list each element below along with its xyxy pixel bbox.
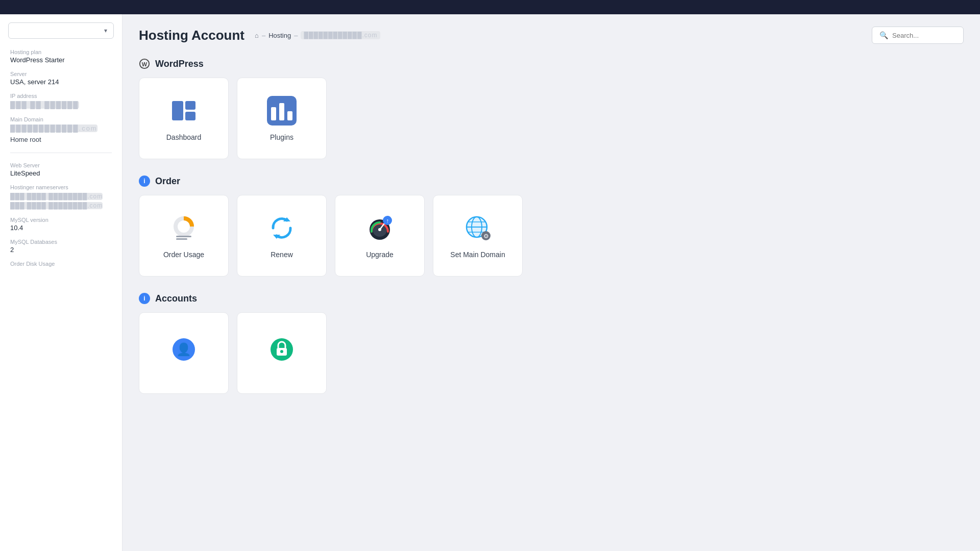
plugins-card-label: Plugins — [270, 133, 293, 141]
svg-rect-8 — [287, 111, 292, 120]
svg-rect-7 — [279, 103, 284, 120]
upgrade-icon: ↑ — [364, 213, 395, 243]
mysql-db-label: MySQL Databases — [10, 239, 112, 245]
order-usage-icon — [168, 213, 199, 243]
svg-text:W: W — [142, 61, 148, 67]
order-usage-card-label: Order Usage — [163, 251, 204, 259]
order-section: i Order Or — [139, 176, 964, 277]
svg-rect-12 — [176, 238, 187, 240]
nameservers-label: Hostinger nameservers — [10, 184, 112, 190]
server-value: USA, server 214 — [10, 78, 112, 86]
main-domain-value: ████████████.com — [10, 124, 97, 132]
set-main-domain-icon: ⚙ — [462, 213, 493, 243]
ip-address-label: IP address — [10, 93, 112, 99]
wordpress-section-title: WordPress — [155, 59, 204, 69]
set-main-domain-card-label: Set Main Domain — [450, 251, 505, 259]
mysql-db-value: 2 — [10, 246, 112, 254]
wordpress-cards-grid: Dashboard Plugins — [139, 78, 964, 159]
svg-text:👤: 👤 — [176, 342, 191, 357]
sidebar-info-section: Hosting plan WordPress Starter Server US… — [0, 49, 122, 143]
home-root-value[interactable]: Home root — [10, 136, 112, 143]
web-server-label: Web Server — [10, 162, 112, 168]
upgrade-card-label: Upgrade — [366, 251, 394, 259]
svg-text:↑: ↑ — [386, 217, 389, 224]
svg-text:⚙: ⚙ — [483, 233, 489, 240]
breadcrumb-home-icon[interactable]: ⌂ — [255, 32, 259, 39]
accounts-cards-grid: 👤 — [139, 312, 964, 394]
breadcrumb: ⌂ – Hosting – ████████████.com — [255, 31, 380, 39]
main-content: Hosting Account ⌂ – Hosting – ██████████… — [122, 14, 980, 551]
chevron-down-icon: ▾ — [104, 27, 107, 34]
order-section-title: Order — [155, 176, 180, 187]
accounts-section-title: Accounts — [155, 293, 197, 304]
accounts-section-header: i Accounts — [139, 293, 964, 304]
main-domain-label: Main Domain — [10, 116, 112, 122]
nameserver-1: ███ ████ ████████.com — [10, 193, 103, 200]
accounts-info-icon: i — [139, 293, 150, 304]
plugins-icon — [266, 95, 297, 126]
mysql-version-label: MySQL version — [10, 217, 112, 223]
header-left: Hosting Account ⌂ – Hosting – ██████████… — [139, 28, 380, 43]
hosting-plan-value: WordPress Starter — [10, 56, 112, 64]
svg-point-33 — [280, 350, 283, 353]
sidebar-info-section-2: Web Server LiteSpeed Hostinger nameserve… — [0, 162, 122, 267]
sidebar-divider-1 — [10, 153, 112, 153]
svg-rect-3 — [185, 101, 195, 110]
breadcrumb-current: ████████████.com — [301, 31, 380, 39]
accounts-section: i Accounts 👤 — [139, 293, 964, 394]
wordpress-section: W WordPress — [139, 58, 964, 159]
server-label: Server — [10, 71, 112, 77]
disk-usage-label: Order Disk Usage — [10, 261, 112, 267]
page-title: Hosting Account — [139, 28, 244, 43]
hosting-plan-label: Hosting plan — [10, 49, 112, 55]
accounts-card-2[interactable] — [237, 312, 327, 394]
sidebar-dropdown[interactable]: ▾ — [8, 22, 114, 39]
plugins-card[interactable]: Plugins — [237, 78, 327, 159]
wordpress-icon: W — [139, 58, 150, 69]
upgrade-card[interactable]: ↑ Upgrade — [335, 195, 425, 277]
renew-card-label: Renew — [271, 251, 293, 259]
accounts-blue-icon: 👤 — [168, 334, 199, 365]
search-box[interactable]: 🔍 — [872, 27, 964, 44]
top-bar — [0, 0, 980, 14]
dashboard-icon — [168, 95, 199, 126]
search-icon: 🔍 — [879, 31, 888, 39]
dashboard-card-label: Dashboard — [166, 133, 202, 141]
set-main-domain-card[interactable]: ⚙ Set Main Domain — [433, 195, 523, 277]
wordpress-section-header: W WordPress — [139, 58, 964, 69]
search-input[interactable] — [892, 32, 956, 39]
order-section-header: i Order — [139, 176, 964, 187]
page-header: Hosting Account ⌂ – Hosting – ██████████… — [139, 27, 964, 44]
order-info-icon: i — [139, 176, 150, 187]
renew-card[interactable]: Renew — [237, 195, 327, 277]
breadcrumb-hosting-link[interactable]: Hosting — [268, 32, 291, 39]
svg-rect-4 — [185, 112, 195, 120]
web-server-value: LiteSpeed — [10, 169, 112, 177]
svg-rect-6 — [271, 107, 276, 120]
accounts-card-1[interactable]: 👤 — [139, 312, 229, 394]
nameserver-2: ███ ████ ████████.com — [10, 202, 103, 209]
breadcrumb-sep-1: – — [262, 32, 265, 39]
svg-rect-2 — [172, 101, 183, 120]
ip-address-value: ███ ██ ██████ — [10, 101, 79, 109]
svg-rect-11 — [176, 236, 191, 237]
dashboard-card[interactable]: Dashboard — [139, 78, 229, 159]
mysql-version-value: 10.4 — [10, 224, 112, 232]
order-usage-card[interactable]: Order Usage — [139, 195, 229, 277]
app-layout: ▾ Hosting plan WordPress Starter Server … — [0, 14, 980, 551]
svg-point-18 — [378, 228, 381, 231]
sidebar: ▾ Hosting plan WordPress Starter Server … — [0, 14, 122, 551]
order-cards-grid: Order Usage Renew — [139, 195, 964, 277]
breadcrumb-sep-2: – — [294, 32, 298, 39]
renew-icon — [266, 213, 297, 243]
accounts-green-icon — [266, 334, 297, 365]
